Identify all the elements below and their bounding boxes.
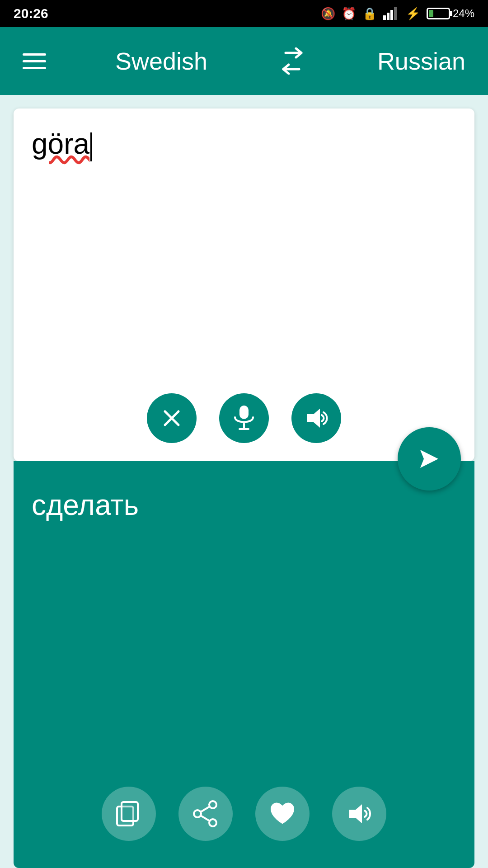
- menu-button[interactable]: [23, 53, 46, 69]
- share-button[interactable]: [178, 787, 233, 841]
- sim-icon: 🔒: [362, 7, 377, 21]
- status-icons: 🔕 ⏰ 🔒 ⚡ 24%: [321, 7, 474, 21]
- target-language-button[interactable]: Russian: [377, 47, 465, 75]
- charging-icon: ⚡: [406, 7, 420, 21]
- svg-point-16: [209, 819, 216, 826]
- svg-rect-0: [383, 15, 386, 20]
- copy-button[interactable]: [102, 787, 156, 841]
- content-wrapper: göra: [0, 95, 488, 868]
- alarm-icon: ⏰: [342, 7, 356, 21]
- status-bar: 20:26 🔕 ⏰ 🔒 ⚡ 24%: [0, 0, 488, 27]
- swap-languages-button[interactable]: [277, 47, 308, 75]
- input-word: göra: [32, 127, 89, 160]
- svg-rect-2: [390, 10, 393, 20]
- svg-line-19: [201, 816, 210, 821]
- input-text-display[interactable]: göra: [32, 127, 456, 163]
- svg-rect-3: [394, 7, 397, 20]
- svg-rect-1: [387, 13, 389, 20]
- speak-output-button[interactable]: [332, 787, 386, 841]
- svg-rect-9: [239, 406, 249, 419]
- output-area: сделать: [14, 461, 474, 868]
- svg-point-15: [209, 801, 216, 808]
- header: Swedish Russian: [0, 27, 488, 95]
- output-text-display: сделать: [32, 488, 456, 522]
- output-actions: [102, 787, 386, 841]
- text-cursor: [90, 132, 92, 161]
- main-content: göra: [0, 95, 488, 868]
- clear-button[interactable]: [147, 393, 197, 443]
- battery-percent: 24%: [453, 7, 474, 20]
- microphone-button[interactable]: [219, 393, 269, 443]
- favorite-button[interactable]: [255, 787, 310, 841]
- translate-button[interactable]: [398, 427, 461, 491]
- svg-marker-20: [349, 804, 362, 823]
- svg-marker-6: [420, 450, 438, 468]
- input-area[interactable]: göra: [14, 108, 474, 461]
- svg-point-17: [194, 810, 201, 817]
- svg-line-18: [201, 807, 210, 812]
- source-language-button[interactable]: Swedish: [115, 47, 207, 75]
- battery-indicator: 24%: [427, 7, 474, 20]
- svg-marker-12: [307, 409, 320, 428]
- svg-rect-14: [122, 802, 138, 821]
- input-actions: [147, 393, 341, 443]
- speak-source-button[interactable]: [291, 393, 341, 443]
- status-time: 20:26: [14, 6, 48, 21]
- signal-icon: [383, 7, 399, 20]
- notification-icon: 🔕: [321, 7, 335, 21]
